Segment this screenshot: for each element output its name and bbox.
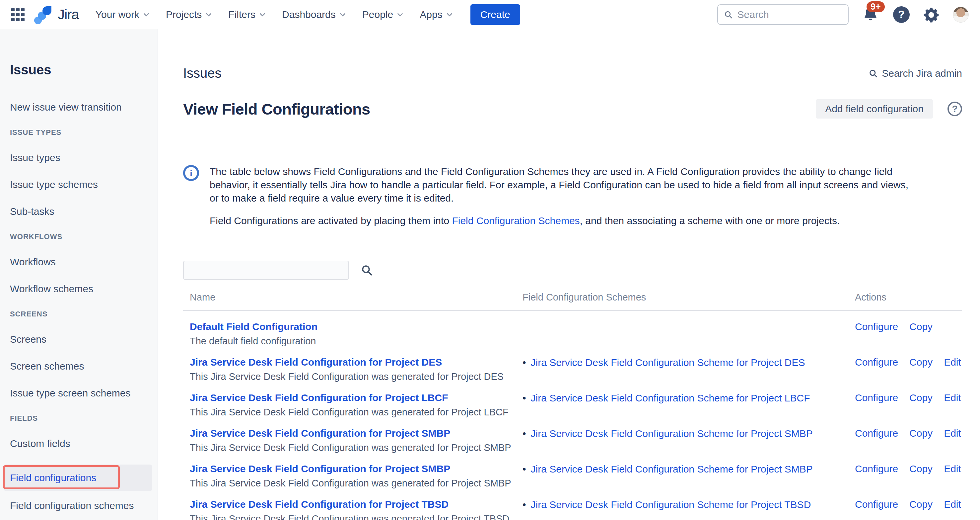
configure-link[interactable]: Configure [855,463,898,489]
table-row: Default Field Configuration The default … [183,311,962,347]
copy-link[interactable]: Copy [909,357,932,382]
info-paragraph-1: The table below shows Field Configuratio… [210,165,918,205]
main-content: Issues Search Jira admin View Field Conf… [158,29,980,520]
scheme-link[interactable]: Jira Service Desk Field Configuration Sc… [531,357,805,368]
info-panel: i The table below shows Field Configurat… [183,165,962,228]
configure-link[interactable]: Configure [855,392,898,418]
chevron-down-icon [339,11,346,18]
copy-link[interactable]: Copy [909,392,932,418]
field-configurations-table: Name Field Configuration Schemes Actions… [183,292,962,520]
column-header-actions: Actions [848,292,962,303]
sidebar-heading-workflows: WORKFLOWS [10,233,158,241]
configure-link[interactable]: Configure [855,428,898,453]
sidebar-item-sub-tasks[interactable]: Sub-tasks [10,206,158,217]
configure-link[interactable]: Configure [855,357,898,382]
scheme-link[interactable]: Jira Service Desk Field Configuration Sc… [531,499,811,511]
table-row: Jira Service Desk Field Configuration fo… [183,418,962,453]
jira-logo[interactable]: Jira [34,4,79,25]
user-avatar[interactable] [953,6,969,22]
configuration-name-link[interactable]: Jira Service Desk Field Configuration fo… [190,499,449,510]
filter-search-icon[interactable] [361,264,373,276]
app-switcher-icon[interactable] [11,8,25,21]
configuration-description: This Jira Service Desk Field Configurati… [190,442,516,453]
configuration-description: The default field configuration [190,336,516,347]
scheme-link[interactable]: Jira Service Desk Field Configuration Sc… [531,428,813,440]
global-search-input[interactable] [738,9,842,20]
sidebar-item-screens[interactable]: Screens [10,333,158,345]
top-navigation-bar: Jira Your work Projects Filters Dashboar… [0,0,980,29]
sidebar-item-workflows[interactable]: Workflows [10,256,158,268]
schemes-cell [516,321,848,347]
copy-link[interactable]: Copy [909,463,932,489]
table-row: Jira Service Desk Field Configuration fo… [183,382,962,418]
table-header: Name Field Configuration Schemes Actions [183,292,962,311]
bullet-icon: • [522,463,526,475]
configuration-name-link[interactable]: Jira Service Desk Field Configuration fo… [190,463,450,474]
sidebar-heading-issue-types: ISSUE TYPES [10,128,158,137]
sidebar-item-issue-type-screen-schemes[interactable]: Issue type screen schemes [10,387,158,399]
nav-projects[interactable]: Projects [166,9,212,20]
sidebar-item-screen-schemes[interactable]: Screen schemes [10,360,158,372]
sidebar-heading-fields: FIELDS [10,414,158,423]
page-help-button[interactable]: ? [948,102,962,116]
table-row: Jira Service Desk Field Configuration fo… [183,489,962,520]
primary-nav: Your work Projects Filters Dashboards Pe… [95,9,453,20]
copy-link[interactable]: Copy [909,321,932,347]
sidebar-heading-screens: SCREENS [10,310,158,319]
sidebar-item-field-configurations[interactable]: Field configurations [4,464,152,491]
global-search-box[interactable] [717,4,849,25]
edit-link[interactable]: Edit [944,357,961,382]
sidebar-item-custom-fields[interactable]: Custom fields [10,438,158,450]
sidebar-item-label: Field configurations [10,472,96,484]
section-title: Issues [183,66,222,81]
edit-link[interactable]: Edit [944,499,961,520]
configuration-description: This Jira Service Desk Field Configurati… [190,514,516,520]
bullet-icon: • [522,499,526,511]
configuration-name-link[interactable]: Jira Service Desk Field Configuration fo… [190,428,450,439]
edit-link[interactable]: Edit [944,428,961,453]
jira-logo-text: Jira [58,6,79,22]
question-mark-icon: ? [952,104,958,114]
search-jira-admin-label: Search Jira admin [882,68,962,79]
configure-link[interactable]: Configure [855,321,898,347]
configuration-name-link[interactable]: Jira Service Desk Field Configuration fo… [190,392,448,404]
sidebar-item-issue-types[interactable]: Issue types [10,152,158,164]
notifications-button[interactable]: 9+ [862,5,880,24]
scheme-link[interactable]: Jira Service Desk Field Configuration Sc… [531,392,810,404]
edit-link[interactable]: Edit [944,463,961,489]
filter-configurations-input[interactable] [183,261,349,280]
edit-link[interactable]: Edit [944,392,961,418]
nav-your-work[interactable]: Your work [95,9,150,20]
nav-filters[interactable]: Filters [228,9,266,20]
field-configuration-schemes-link[interactable]: Field Configuration Schemes [452,215,579,226]
nav-apps[interactable]: Apps [420,9,453,20]
add-field-configuration-button[interactable]: Add field configuration [816,99,933,118]
chevron-down-icon [205,11,212,18]
table-row: Jira Service Desk Field Configuration fo… [183,453,962,489]
jira-logo-icon [34,4,54,25]
configuration-name-link[interactable]: Default Field Configuration [190,321,318,332]
configuration-description: This Jira Service Desk Field Configurati… [190,407,516,418]
scheme-link[interactable]: Jira Service Desk Field Configuration Sc… [531,463,813,475]
sidebar-item-issue-type-schemes[interactable]: Issue type schemes [10,179,158,191]
configure-link[interactable]: Configure [855,499,898,520]
nav-people[interactable]: People [362,9,404,20]
column-header-name: Name [183,292,516,303]
search-jira-admin-link[interactable]: Search Jira admin [869,68,962,79]
sidebar-title: Issues [10,62,158,77]
copy-link[interactable]: Copy [909,499,932,520]
question-mark-icon: ? [898,8,905,21]
sidebar-item-workflow-schemes[interactable]: Workflow schemes [10,283,158,295]
settings-gear-icon[interactable] [923,6,940,23]
column-header-schemes: Field Configuration Schemes [516,292,848,303]
help-button[interactable]: ? [893,6,910,23]
bullet-icon: • [522,392,526,404]
nav-dashboards[interactable]: Dashboards [282,9,346,20]
create-button[interactable]: Create [471,4,520,25]
sidebar-item-new-issue-view-transition[interactable]: New issue view transition [10,101,158,113]
copy-link[interactable]: Copy [909,428,932,453]
configuration-name-link[interactable]: Jira Service Desk Field Configuration fo… [190,357,442,368]
search-icon [724,10,733,19]
sidebar-item-field-configuration-schemes[interactable]: Field configuration schemes [10,500,158,512]
info-icon: i [183,165,199,181]
